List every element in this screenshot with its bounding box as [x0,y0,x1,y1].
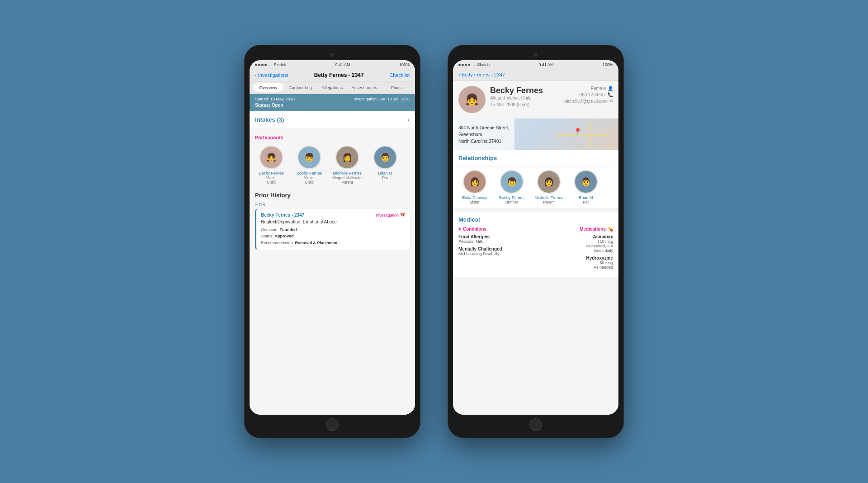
carrier-label: .... Sketch [268,62,286,67]
profile-header: 👧 Becky Fernes Alleged Victim, Child 15 … [453,80,618,118]
tab-overview[interactable]: Overview [253,83,283,92]
med-asmanax-name: Asmanax [538,234,613,239]
map-road-horizontal [555,134,609,136]
outcome-label: Outcome: [261,227,278,232]
right-content: 👧 Becky Fernes Alleged Victim, Child 15 … [453,80,618,415]
phone-number: 083 1234567 [580,92,606,97]
battery-label: 100% [399,62,410,67]
checklist-button[interactable]: Checklist [389,72,410,78]
avatar-erika: 👩 [463,170,486,194]
back-button[interactable]: ‹ Investigations [255,72,288,78]
recommendation-value: Removal & Placement [295,241,338,245]
gender-icon: 👤 [608,86,613,91]
intakes-chevron-icon[interactable]: › [407,116,410,123]
condition-mental-name: Mentally Challenged [458,246,533,251]
start-date: Started: 19 May, 2016 [255,97,295,101]
avatar-brian-rel: 👨 [574,170,598,194]
history-status-label: Status: [261,234,274,238]
participants-label: Participants [250,131,415,142]
outcome-value: Founded [280,227,297,232]
profile-role: Alleged Victim, Child [490,95,559,100]
tab-plans[interactable]: Plans [381,83,411,92]
participant-michelle-role2: Parent [341,180,353,185]
profile-info: Becky Fernes Alleged Victim, Child 15 Ma… [490,86,559,107]
avatar-michelle: 👩 [335,146,359,169]
relationships-title: Relationships [458,155,497,161]
front-camera-right [534,53,538,57]
relationship-bobby[interactable]: 👦 Bobby Fernes Brother [495,170,528,204]
tab-contact-log[interactable]: Contact Log [285,83,316,92]
home-button[interactable] [326,418,339,431]
condition-food-detail: Peanuts, Milk [458,239,533,244]
participant-bobby-name: Bobby Fernes [297,171,322,175]
relationship-michelle[interactable]: 👩 Michelle Fernes Parent [533,170,565,204]
relationship-michelle-role: Parent [543,200,554,204]
participant-bobby[interactable]: 👦 Bobby Fernes Victim Child [293,146,326,185]
participant-brian-role1: Par [382,175,388,180]
avatar-bobby: 👦 [297,146,321,169]
time-label: 9:41 AM [335,62,350,67]
history-card: Becky Fernes - 2347 Investigation 📅 Negl… [255,209,410,250]
relationships-section: Relationships 👩 Erika Conway Sister 👦 Bo… [453,150,618,208]
profile-name: Becky Fernes [490,86,559,95]
gender-label: Female [591,86,606,91]
relationship-brian-name: Brian M [579,195,593,200]
investigation-type-label: Investigation [376,213,399,218]
status-bar-left: .... Sketch 9:41 AM 100% [250,60,415,69]
medications-col: Medications 💊 Asmanax 110 mcgAs needed, … [538,227,613,272]
right-tablet: .... Sketch 9:41 AM 100% ‹ Betty Fernes … [448,45,624,438]
relationship-brian[interactable]: 👨 Brian M Par [570,170,602,204]
avatar-becky: 👧 [259,146,283,169]
condition-food-name: Food Allergies [458,234,533,239]
med-hydroxy-detail: 80 mcgAs needed [538,260,613,270]
map-road-vertical [590,121,591,148]
nav-title: Betty Fernes - 2347 [314,72,364,78]
avatar-brian: 👨 [373,146,397,169]
tab-assessments[interactable]: Assessments [349,83,379,92]
history-details: Outcome: Founded Status: Approved Recomm… [261,227,405,246]
due-date: Investigation Due: 13 Jul, 2016 [354,97,410,101]
tab-bar: Overview Contact Log Allegations Assessm… [250,81,415,94]
history-type: Investigation 📅 [376,213,405,218]
participant-michelle-name: Michelle Fernes [333,171,362,175]
participant-brian-name: Brian M [378,171,392,175]
med-hydroxy-name: Hydroxyzine [538,256,613,260]
participant-brian[interactable]: 👨 Brian M Par [369,146,401,185]
tab-allegations[interactable]: Allegations [317,83,348,92]
phone-icon: 📞 [608,92,613,97]
relationship-michelle-name: Michelle Fernes [534,195,563,200]
participant-michelle[interactable]: 👩 Michelle Fernes Alleged Maltreater Par… [331,146,363,185]
med-asmanax-detail: 110 mcgAs needed, 3-4times daily [538,239,613,253]
participant-bobby-role2: Child [305,180,313,185]
medication-hydroxyzine: Hydroxyzine 80 mcgAs needed [538,256,613,270]
intakes-title: Intakes (3) [255,116,284,123]
email-icon: ✉ [609,99,613,104]
history-year: 2016 [255,202,410,207]
condition-mentally-challenged: Mentally Challenged Mid Learning Disabil… [458,246,533,256]
intakes-section: Intakes (3) › [250,111,415,128]
status-bar-right: .... Sketch 9:41 AM 100% [453,60,618,69]
relationship-erika-role: Sister [470,200,480,204]
participant-becky[interactable]: 👧 Becky Fernes Victim Child [255,146,288,185]
medication-asmanax: Asmanax 110 mcgAs needed, 3-4times daily [538,234,613,253]
header-strip: Started: 19 May, 2016 Investigation Due:… [250,94,415,111]
heart-icon: ♥ [458,227,461,232]
avatar-bobby-rel: 👦 [500,170,524,194]
avatar-michelle-rel: 👩 [537,170,561,194]
history-case-link[interactable]: Becky Fernes - 2347 [261,213,304,218]
status-label: Status: [255,103,270,108]
home-button-right[interactable] [529,418,542,431]
condition-food-allergies: Food Allergies Peanuts, Milk [458,234,533,244]
participant-becky-name: Becky Fernes [259,171,283,175]
back-button-right[interactable]: ‹ Betty Fernes - 2347 [458,72,505,77]
nav-bar-right: ‹ Betty Fernes - 2347 [453,69,618,80]
relationship-erika-name: Erika Conway [462,195,487,200]
prior-history-title: Prior History [255,192,410,199]
relationship-brian-role: Par [583,200,589,204]
medical-title: Medical [458,216,613,223]
relationship-erika[interactable]: 👩 Erika Conway Sister [458,170,491,204]
condition-mental-detail: Mid Learning Disability [458,251,533,256]
address-block: 304 North Greene Street, Greensboro, Nor… [453,118,514,150]
calendar-icon: 📅 [400,213,405,218]
address-line1: 304 North Greene Street, [458,124,509,131]
